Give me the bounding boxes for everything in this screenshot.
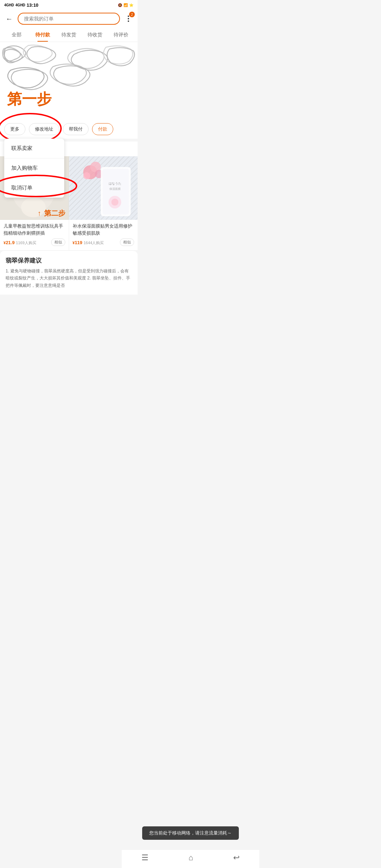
status-right: 🔕 📶 ⭐ bbox=[118, 3, 133, 7]
signal-icon: 📶 bbox=[123, 3, 128, 7]
order-card-area: 第一步 bbox=[0, 42, 138, 120]
svg-point-23 bbox=[111, 199, 118, 206]
more-dot-2 bbox=[128, 18, 129, 19]
action-buttons-row: 更多 修改地址 帮我付 付款 bbox=[0, 120, 138, 139]
tab-all[interactable]: 全部 bbox=[4, 28, 30, 42]
rec-mask-buyers-count: 1644人购买 bbox=[84, 241, 104, 245]
star-icon: ⭐ bbox=[129, 3, 133, 7]
step-two-area: ↑ 第二步 bbox=[37, 206, 65, 218]
svg-text:保湿面膜: 保湿面膜 bbox=[109, 187, 120, 191]
rec-item-mask[interactable]: はなうた 保湿面膜 补水保湿面膜贴男女适用修护敏感受损肌肤 ¥119 1644人… bbox=[69, 156, 138, 250]
more-dot-1 bbox=[128, 16, 129, 17]
similar-button-2[interactable]: 相似 bbox=[120, 239, 134, 246]
rec-item-mask-title: 补水保湿面膜贴男女适用修护敏感受损肌肤 bbox=[73, 223, 134, 236]
search-input[interactable] bbox=[18, 13, 120, 25]
change-address-button[interactable]: 修改地址 bbox=[29, 123, 59, 135]
status-time: 13:10 bbox=[27, 2, 38, 8]
more-dot-3 bbox=[128, 20, 129, 22]
bottom-card-text: 1. 避免与硬物碰撞，翡翠虽然硬度高，但是受到强力碰撞后，会有暗纹或裂纹产生，大… bbox=[6, 267, 132, 289]
tab-pending-shipment[interactable]: 待发货 bbox=[56, 28, 82, 42]
rec-item-mask-price: ¥119 1644人购买 bbox=[73, 239, 104, 246]
rec-item-mask-image: はなうた 保湿面膜 bbox=[69, 156, 138, 220]
rec-item-toy-price-row: ¥21.9 1169人购买 相似 bbox=[4, 239, 65, 246]
notification-badge: 2 bbox=[129, 12, 135, 17]
dropdown-menu: 联系卖家 加入购物车 取消订单 bbox=[4, 139, 64, 198]
rec-item-mask-info: 补水保湿面膜贴男女适用修护敏感受损肌肤 ¥119 1644人购买 相似 bbox=[69, 220, 138, 250]
header: ← 2 bbox=[0, 10, 138, 28]
rec-price-value: ¥21.9 bbox=[4, 240, 16, 245]
step-two-label: 第二步 bbox=[44, 209, 65, 217]
action-area: 更多 修改地址 帮我付 付款 bbox=[0, 120, 138, 139]
tab-pending-payment[interactable]: 待付款 bbox=[30, 28, 56, 42]
rec-item-toy-title: 儿童早教益智思维训练玩具手指精细动作刺猬拼插 bbox=[4, 223, 65, 236]
network-icon-1: 4GHD bbox=[4, 3, 14, 7]
tab-bar: 全部 待付款 待发货 待收货 待评价 bbox=[0, 28, 138, 42]
rec-mask-price-value: ¥119 bbox=[73, 240, 84, 245]
add-to-cart-item[interactable]: 加入购物车 bbox=[4, 158, 64, 178]
step-one-label: 第一步 bbox=[7, 89, 52, 109]
svg-point-17 bbox=[83, 172, 90, 179]
tab-pending-receipt[interactable]: 待收货 bbox=[82, 28, 108, 42]
status-bar: 4GHD 4GHD 13:10 🔕 📶 ⭐ bbox=[0, 0, 138, 10]
more-button[interactable]: 更多 bbox=[4, 123, 25, 135]
rec-item-toy-price: ¥21.9 1169人购买 bbox=[4, 239, 36, 246]
step-two-arrow: ↑ bbox=[37, 209, 41, 217]
svg-text:はなうた: はなうた bbox=[108, 182, 121, 185]
bottom-card: 翡翠保养建议 1. 避免与硬物碰撞，翡翠虽然硬度高，但是受到强力碰撞后，会有暗纹… bbox=[0, 251, 138, 295]
help-pay-button[interactable]: 帮我付 bbox=[63, 123, 89, 135]
cancel-order-item[interactable]: 取消订单 bbox=[4, 178, 64, 198]
status-left: 4GHD 4GHD 13:10 bbox=[4, 2, 38, 8]
tab-pending-review[interactable]: 待评价 bbox=[108, 28, 134, 42]
bottom-card-title: 翡翠保养建议 bbox=[6, 257, 132, 265]
bell-mute-icon: 🔕 bbox=[118, 3, 122, 7]
rec-item-mask-price-row: ¥119 1644人购买 相似 bbox=[73, 239, 134, 246]
rec-item-toy-info: 儿童早教益智思维训练玩具手指精细动作刺猬拼插 ¥21.9 1169人购买 相似 bbox=[0, 220, 69, 250]
pay-button[interactable]: 付款 bbox=[92, 123, 113, 135]
rec-buyers-count: 1169人购买 bbox=[16, 241, 36, 245]
more-menu-button[interactable]: 2 bbox=[123, 14, 133, 24]
back-button[interactable]: ← bbox=[4, 13, 14, 24]
mask-svg: はなうた 保湿面膜 bbox=[69, 156, 138, 220]
network-icon-2: 4GHD bbox=[16, 3, 25, 7]
similar-button-1[interactable]: 相似 bbox=[51, 239, 65, 246]
contact-seller-item[interactable]: 联系卖家 bbox=[4, 139, 64, 158]
